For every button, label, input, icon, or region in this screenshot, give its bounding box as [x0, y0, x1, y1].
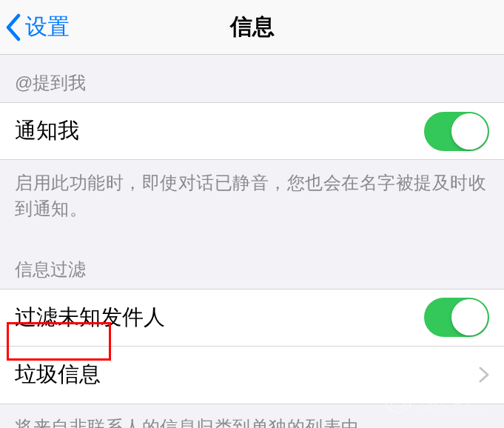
- notify-me-label: 通知我: [15, 116, 79, 146]
- chevron-left-icon: [4, 13, 22, 41]
- switch-knob: [451, 299, 488, 335]
- section-header-mentions: @提到我: [0, 55, 504, 102]
- watermark-main: 硬件之家: [417, 389, 491, 405]
- filter-unknown-cell: 过滤未知发件人: [0, 289, 504, 347]
- spam-label: 垃圾信息: [15, 360, 101, 389]
- chevron-right-icon: [479, 367, 489, 383]
- watermark-icon: [385, 385, 411, 415]
- filter-unknown-label: 过滤未知发件人: [15, 303, 165, 332]
- notify-me-cell: 通知我: [0, 102, 504, 160]
- watermark: 硬件之家 YING JIAN ZHI JIA.COM: [385, 385, 491, 415]
- page-title: 信息: [230, 12, 275, 42]
- switch-knob: [451, 113, 488, 150]
- watermark-sub: YING JIAN ZHI JIA.COM: [417, 405, 491, 412]
- filter-unknown-switch[interactable]: [424, 298, 489, 337]
- svg-marker-1: [391, 391, 406, 409]
- section-header-filter: 信息过滤: [0, 241, 504, 289]
- notify-me-switch[interactable]: [424, 112, 489, 151]
- back-button[interactable]: 设置: [0, 12, 70, 42]
- back-label: 设置: [25, 12, 70, 42]
- section-footer-mentions: 启用此功能时，即使对话已静音，您也会在名字被提及时收到通知。: [0, 160, 504, 241]
- nav-bar: 设置 信息: [0, 0, 504, 55]
